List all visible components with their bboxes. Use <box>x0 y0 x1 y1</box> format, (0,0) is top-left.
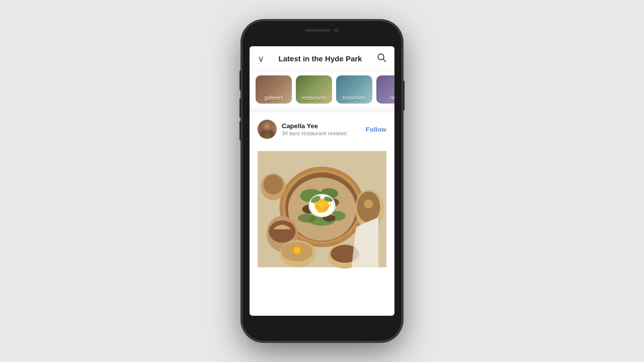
svg-point-25 <box>269 220 295 242</box>
svg-point-36 <box>264 175 283 195</box>
categories-row: galleries restaurants breakfasts <box>250 70 394 109</box>
category-chip-breakfasts[interactable]: breakfasts <box>336 75 372 104</box>
camera <box>335 28 339 32</box>
svg-point-0 <box>378 54 384 60</box>
phone-mockup: ∨ Latest in the Hyde Park galleries <box>242 20 403 342</box>
svg-point-29 <box>293 247 300 254</box>
chevron-down-icon[interactable]: ∨ <box>258 53 264 64</box>
user-name: Capella Yee <box>282 122 366 130</box>
food-image <box>258 144 386 275</box>
screen: ∨ Latest in the Hyde Park galleries <box>250 46 394 316</box>
chip-label: breakfasts <box>343 95 366 101</box>
svg-point-34 <box>364 199 373 208</box>
svg-point-23 <box>319 203 323 207</box>
app-header: ∨ Latest in the Hyde Park <box>250 46 394 70</box>
user-row: Capella Yee 34 taco restaurant reviews F… <box>258 120 386 139</box>
page-title: Latest in the Hyde Park <box>264 54 376 63</box>
user-subtitle: 34 taco restaurant reviews <box>282 130 366 136</box>
avatar[interactable] <box>258 120 277 139</box>
app-content: ∨ Latest in the Hyde Park galleries <box>250 46 394 316</box>
phone-shell: ∨ Latest in the Hyde Park galleries <box>242 20 403 342</box>
chip-label: re... <box>390 95 394 101</box>
svg-point-10 <box>298 214 316 223</box>
svg-line-1 <box>383 59 385 61</box>
search-icon[interactable] <box>376 52 386 65</box>
section-divider <box>250 109 394 113</box>
category-chip-more[interactable]: re... <box>376 75 394 104</box>
speaker <box>305 29 331 32</box>
category-chip-galleries[interactable]: galleries <box>256 75 292 104</box>
follow-button[interactable]: Follow <box>366 126 386 133</box>
user-info: Capella Yee 34 taco restaurant reviews <box>282 122 366 136</box>
chip-label: restaurants <box>301 95 327 101</box>
chip-label: galleries <box>264 95 283 101</box>
category-chip-restaurants[interactable]: restaurants <box>296 75 332 104</box>
feed-card: Capella Yee 34 taco restaurant reviews F… <box>250 113 394 275</box>
notch <box>292 25 352 35</box>
